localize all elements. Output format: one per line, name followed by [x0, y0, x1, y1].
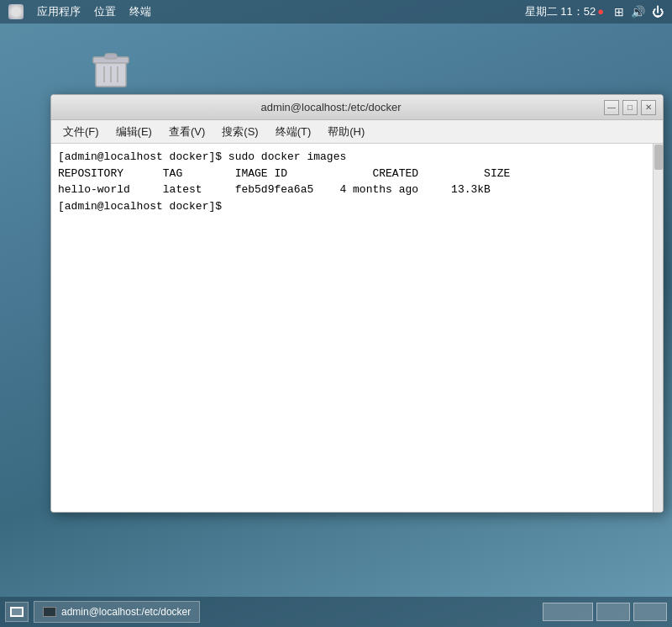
terminal-window: admin@localhost:/etc/docker — □ ✕ 文件(F) … — [50, 94, 664, 513]
taskbar-top: 应用程序 位置 终端 星期二 11：52● ⊞ 🔊 ⏻ — [0, 0, 672, 24]
close-button[interactable]: ✕ — [641, 100, 656, 115]
terminal-header-row: REPOSITORY TAG IMAGE ID CREATED SIZE — [58, 166, 656, 182]
terminal-titlebar: admin@localhost:/etc/docker — □ ✕ — [51, 95, 663, 120]
terminal-title: admin@localhost:/etc/docker — [58, 101, 604, 113]
app-menu-icon — [8, 4, 24, 19]
taskbar-input-box-3[interactable] — [633, 603, 667, 621]
terminal-line-3: [admin@localhost docker]$ — [58, 198, 656, 215]
taskbar-bottom-right — [543, 603, 667, 621]
menu-help[interactable]: 帮助(H) — [319, 123, 373, 141]
terminal-data-row-1: hello-world latest feb5d9fea6a5 4 months… — [58, 182, 656, 198]
maximize-button[interactable]: □ — [622, 100, 638, 115]
svg-rect-2 — [105, 54, 117, 59]
taskbar-input-box[interactable] — [543, 603, 593, 621]
taskbar-window-label: admin@localhost:/etc/docker — [61, 606, 191, 618]
scrollbar-thumb[interactable] — [654, 145, 663, 170]
taskbar-top-left: 应用程序 位置 终端 — [8, 4, 151, 19]
show-desktop-button[interactable] — [5, 602, 29, 622]
taskbar-window-button[interactable]: admin@localhost:/etc/docker — [34, 601, 200, 623]
menu-view[interactable]: 查看(V) — [160, 123, 213, 141]
power-icon: ⏻ — [652, 5, 664, 18]
terminal-body[interactable]: [admin@localhost docker]$ sudo docker im… — [51, 144, 663, 512]
menu-file[interactable]: 文件(F) — [55, 123, 108, 141]
minimize-button[interactable]: — — [604, 100, 619, 115]
trash-icon — [91, 46, 131, 90]
trash-icon-container[interactable] — [91, 46, 131, 90]
menu-terminal[interactable]: 终端(T) — [267, 123, 320, 141]
network-icon: ⊞ — [614, 5, 624, 18]
volume-icon: 🔊 — [631, 5, 645, 18]
menu-edit[interactable]: 编辑(E) — [108, 123, 160, 141]
location-menu[interactable]: 位置 — [94, 4, 116, 19]
show-desktop-icon — [10, 607, 24, 617]
window-buttons: — □ ✕ — [604, 100, 656, 115]
terminal-scrollbar[interactable] — [653, 144, 663, 512]
window-thumbnail — [43, 607, 56, 617]
taskbar-bottom-left: admin@localhost:/etc/docker — [5, 601, 200, 623]
taskbar-top-right: 星期二 11：52● ⊞ 🔊 ⏻ — [525, 4, 664, 19]
terminal-menubar: 文件(F) 编辑(E) 查看(V) 搜索(S) 终端(T) 帮助(H) — [51, 120, 663, 144]
app-menu[interactable]: 应用程序 — [37, 4, 81, 19]
taskbar-bottom: admin@localhost:/etc/docker — [0, 597, 672, 627]
menu-search[interactable]: 搜索(S) — [213, 123, 266, 141]
taskbar-input-box-2[interactable] — [596, 603, 630, 621]
datetime-label: 星期二 11：52● — [525, 4, 604, 19]
tray-icons: ⊞ 🔊 ⏻ — [614, 5, 664, 18]
terminal-menu[interactable]: 终端 — [129, 4, 151, 19]
terminal-line-1: [admin@localhost docker]$ sudo docker im… — [58, 149, 656, 166]
